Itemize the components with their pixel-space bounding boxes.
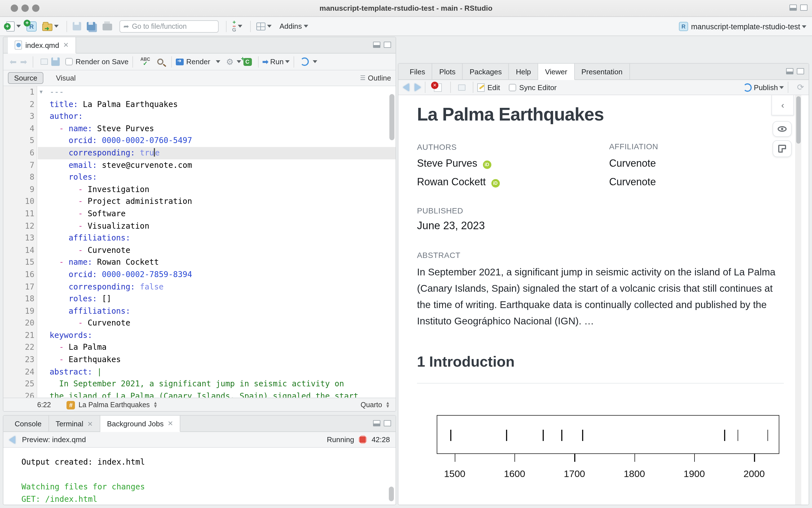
sync-editor-checkbox[interactable]: [509, 84, 517, 91]
code-line[interactable]: 15 - name: Rowan Cockett: [3, 257, 396, 269]
code-line[interactable]: 21keywords:: [3, 330, 396, 342]
new-file-button[interactable]: +: [4, 19, 23, 34]
job-back-icon[interactable]: [9, 436, 15, 443]
viewer-tab-viewer[interactable]: Viewer: [538, 64, 574, 80]
spellcheck-icon[interactable]: ABC✓: [140, 57, 150, 66]
insert-chunk-icon[interactable]: C: [243, 58, 252, 66]
code-line[interactable]: 19 affiliations:: [3, 305, 396, 317]
viewer-tab-packages[interactable]: Packages: [463, 64, 509, 80]
symbol-sorter-icon[interactable]: ▲▼: [153, 401, 158, 408]
goto-file-input[interactable]: ➦ Go to file/function: [119, 20, 219, 32]
maximize-pane-icon[interactable]: [384, 42, 391, 48]
render-caret-icon[interactable]: [216, 60, 220, 63]
code-line[interactable]: 1▼---: [3, 86, 396, 98]
maximize-pane-icon[interactable]: [800, 4, 808, 11]
back-icon[interactable]: ⬅: [10, 56, 16, 67]
settings-caret-icon[interactable]: [236, 60, 241, 63]
viewer-tab-help[interactable]: Help: [509, 64, 538, 80]
save-all-button[interactable]: [85, 19, 98, 34]
open-in-new-window-icon[interactable]: [458, 84, 465, 90]
file-format[interactable]: Quarto: [361, 401, 382, 409]
code-line[interactable]: 2title: La Palma Earthquakes: [3, 98, 396, 111]
code-line[interactable]: 9 - Investigation: [3, 183, 396, 196]
open-file-button[interactable]: ➜: [41, 19, 60, 34]
code-line[interactable]: 10 - Project administration: [3, 196, 396, 208]
viewer-tab-presentation[interactable]: Presentation: [574, 64, 630, 80]
console-tab-background-jobs[interactable]: Background Jobs✕: [100, 416, 180, 432]
minimize-pane-icon[interactable]: [373, 42, 380, 48]
code-line[interactable]: 17 corresponding: false: [3, 281, 396, 293]
code-line[interactable]: 18 roles: []: [3, 293, 396, 305]
minimize-pane-icon[interactable]: [786, 68, 794, 74]
code-line[interactable]: 11 - Software: [3, 208, 396, 220]
refresh-viewer-icon[interactable]: ⟳: [797, 82, 804, 92]
code-line[interactable]: 14 - Curvenote: [3, 244, 396, 256]
viewer-back-icon[interactable]: [403, 83, 409, 91]
console-tab-console[interactable]: Console: [8, 416, 49, 432]
code-line[interactable]: 5 orcid: 0000-0002-0760-5497: [3, 135, 396, 147]
rerun-caret-icon[interactable]: [313, 60, 318, 63]
rerun-icon[interactable]: [300, 57, 309, 66]
visibility-button[interactable]: [773, 121, 792, 137]
new-project-button[interactable]: R+: [25, 19, 38, 34]
minimize-pane-icon[interactable]: [789, 4, 797, 11]
clear-viewer-icon[interactable]: [434, 83, 442, 91]
forward-icon[interactable]: ➡: [20, 56, 27, 67]
minimize-pane-icon[interactable]: [373, 420, 380, 426]
code-line[interactable]: 20 - Curvenote: [3, 318, 396, 330]
code-line[interactable]: 23 - Earthquakes: [3, 354, 396, 366]
viewer-tab-plots[interactable]: Plots: [433, 64, 463, 80]
close-tab-icon[interactable]: ✕: [63, 41, 69, 49]
edit-button[interactable]: Edit: [487, 83, 500, 91]
save-source-icon[interactable]: [51, 57, 60, 66]
code-line[interactable]: 4 - name: Steve Purves: [3, 123, 396, 135]
render-button[interactable]: Render: [186, 57, 210, 66]
tab-index-qmd[interactable]: index.qmd ✕: [8, 37, 76, 53]
symbol-navigator[interactable]: La Palma Earthquakes: [79, 401, 150, 409]
run-caret-icon[interactable]: [285, 60, 290, 63]
code-line[interactable]: 26the island of La Palma (Canary Islands…: [3, 390, 396, 397]
editor-scrollbar[interactable]: [390, 94, 395, 140]
addins-button[interactable]: Addins: [276, 19, 310, 34]
open-in-new-window-icon[interactable]: [41, 58, 48, 65]
workspace-panes-button[interactable]: [255, 19, 273, 34]
print-button[interactable]: [101, 19, 114, 34]
viewer-scrollbar[interactable]: [796, 96, 801, 143]
publish-button[interactable]: Publish: [754, 83, 778, 91]
code-line[interactable]: 25 In September 2021, a significant jump…: [3, 378, 396, 390]
close-tab-icon[interactable]: ✕: [168, 420, 173, 427]
code-line[interactable]: 8 roles:: [3, 171, 396, 183]
orcid-icon[interactable]: iD: [491, 179, 499, 187]
console-scrollbar[interactable]: [389, 486, 394, 501]
run-button[interactable]: Run: [270, 57, 284, 66]
viewer-tab-files[interactable]: Files: [403, 64, 433, 80]
outline-button[interactable]: ☰ Outline: [360, 74, 391, 82]
code-line[interactable]: 12 - Visualization: [3, 220, 396, 232]
version-control-button[interactable]: +−G: [231, 19, 244, 34]
close-tab-icon[interactable]: ✕: [87, 420, 93, 428]
find-replace-icon[interactable]: [158, 58, 164, 65]
collapse-panel-button[interactable]: ‹: [771, 95, 794, 116]
code-line[interactable]: 24abstract: |: [3, 366, 396, 378]
code-line[interactable]: 7 email: steve@curvenote.com: [3, 159, 396, 171]
stop-job-icon[interactable]: [359, 435, 367, 444]
visual-mode-button[interactable]: Visual: [50, 73, 81, 83]
save-button[interactable]: [71, 19, 83, 34]
code-line[interactable]: 13 affiliations:: [3, 232, 396, 244]
orcid-icon[interactable]: iD: [483, 161, 491, 169]
publish-caret-icon[interactable]: [780, 86, 784, 89]
annotation-button[interactable]: [773, 140, 792, 157]
code-line[interactable]: 6 corresponding: true: [3, 147, 396, 159]
maximize-pane-icon[interactable]: [797, 68, 804, 74]
format-sorter-icon[interactable]: ▲▼: [385, 401, 390, 408]
viewer-forward-icon[interactable]: [415, 83, 421, 91]
code-line[interactable]: 16 orcid: 0000-0002-7859-8394: [3, 269, 396, 281]
project-selector[interactable]: R manuscript-template-rstudio-test: [679, 17, 806, 36]
source-mode-button[interactable]: Source: [8, 72, 43, 84]
code-line[interactable]: 3author:: [3, 111, 396, 123]
fold-toggle-icon[interactable]: ▼: [37, 86, 45, 98]
render-settings-gear-icon[interactable]: ⚙: [226, 56, 234, 67]
code-line[interactable]: 22 - La Palma: [3, 342, 396, 354]
source-code-editor[interactable]: 1▼---2title: La Palma Earthquakes3author…: [3, 86, 396, 397]
render-on-save-checkbox[interactable]: [65, 58, 73, 65]
